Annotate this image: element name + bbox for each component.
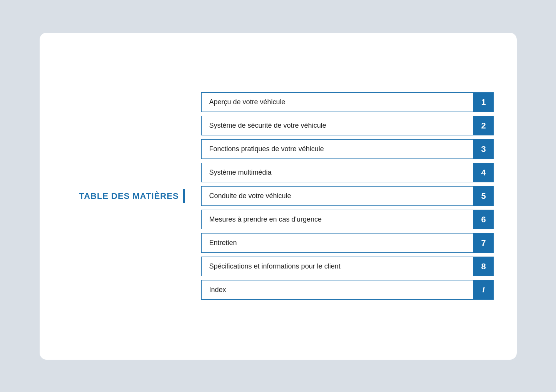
toc-label: TABLE DES MATIÈRES xyxy=(79,189,184,203)
toc-item-text-4[interactable]: Système multimédia xyxy=(201,163,474,182)
page-container: TABLE DES MATIÈRES Aperçu de votre véhic… xyxy=(40,33,517,360)
toc-item-text-2[interactable]: Système de sécurité de votre véhicule xyxy=(201,116,474,135)
toc-row: Fonctions pratiques de votre véhicule3 xyxy=(201,139,494,159)
toc-row: Entretien7 xyxy=(201,233,494,253)
toc-item-number-8[interactable]: 8 xyxy=(474,257,494,276)
toc-item-number-1[interactable]: 1 xyxy=(474,92,494,112)
toc-item-text-9[interactable]: Index xyxy=(201,280,474,300)
toc-item-text-6[interactable]: Mesures à prendre en cas d'urgence xyxy=(201,210,474,229)
toc-row: Spécifications et informations pour le c… xyxy=(201,257,494,276)
toc-item-number-3[interactable]: 3 xyxy=(474,139,494,159)
toc-item-number-2[interactable]: 2 xyxy=(474,116,494,135)
toc-item-number-9[interactable]: I xyxy=(474,280,494,300)
toc-row: Mesures à prendre en cas d'urgence6 xyxy=(201,210,494,229)
toc-row: IndexI xyxy=(201,280,494,300)
toc-list: Aperçu de votre véhicule1Système de sécu… xyxy=(201,92,494,300)
toc-item-text-5[interactable]: Conduite de votre véhicule xyxy=(201,186,474,206)
toc-row: Conduite de votre véhicule5 xyxy=(201,186,494,206)
toc-title: TABLE DES MATIÈRES xyxy=(79,191,179,201)
toc-bar xyxy=(183,189,185,203)
toc-item-text-1[interactable]: Aperçu de votre véhicule xyxy=(201,92,474,112)
toc-item-number-7[interactable]: 7 xyxy=(474,233,494,253)
toc-item-text-3[interactable]: Fonctions pratiques de votre véhicule xyxy=(201,139,474,159)
toc-item-text-8[interactable]: Spécifications et informations pour le c… xyxy=(201,257,474,276)
toc-item-number-4[interactable]: 4 xyxy=(474,163,494,182)
left-section: TABLE DES MATIÈRES xyxy=(63,189,201,203)
toc-item-number-5[interactable]: 5 xyxy=(474,186,494,206)
toc-item-text-7[interactable]: Entretien xyxy=(201,233,474,253)
toc-row: Système multimédia4 xyxy=(201,163,494,182)
toc-item-number-6[interactable]: 6 xyxy=(474,210,494,229)
toc-row: Aperçu de votre véhicule1 xyxy=(201,92,494,112)
toc-row: Système de sécurité de votre véhicule2 xyxy=(201,116,494,135)
